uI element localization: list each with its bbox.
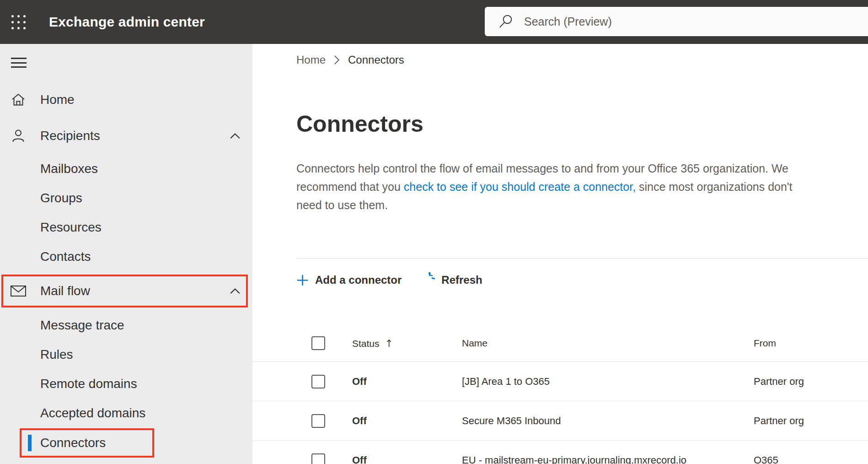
hamburger-icon [11, 58, 27, 59]
sidebar-item-message-trace[interactable]: Message trace [0, 311, 252, 340]
row-checkbox[interactable] [311, 414, 325, 428]
from-cell: O365 [754, 454, 778, 464]
sidebar-item-remote-domains[interactable]: Remote domains [0, 369, 252, 399]
column-header-status[interactable]: Status↑ [352, 338, 393, 349]
name-cell: EU - mailstream-eu-primary.journaling.mx… [462, 454, 686, 464]
sidebar-item-groups[interactable]: Groups [0, 183, 252, 213]
chevron-right-icon [334, 55, 340, 65]
chevron-up-icon[interactable] [230, 288, 240, 294]
sidebar-item-home[interactable]: Home [0, 83, 252, 116]
page-title: Connectors [296, 111, 423, 137]
sidebar-item-label: Remote domains [40, 377, 137, 391]
sidebar-item-label: Groups [40, 191, 82, 205]
main-content: Home Connectors Connectors Connectors he… [252, 44, 868, 464]
create-connector-link[interactable]: check to see if you should create a conn… [404, 180, 636, 193]
plus-icon [296, 274, 309, 286]
description-line: need to use them. [296, 196, 793, 214]
sidebar-item-mail-flow[interactable]: Mail flow [0, 275, 252, 308]
sidebar-item-label: Message trace [40, 318, 124, 333]
app-launcher-button[interactable] [5, 9, 31, 35]
add-connector-button[interactable]: Add a connector [296, 274, 402, 286]
sidebar-item-recipients[interactable]: Recipients [0, 119, 252, 152]
refresh-button[interactable]: Refresh [419, 272, 482, 288]
breadcrumb-home[interactable]: Home [296, 54, 326, 66]
app-title[interactable]: Exchange admin center [49, 0, 205, 44]
name-cell: Secure M365 Inbound [462, 415, 561, 427]
sidebar-item-mailboxes[interactable]: Mailboxes [0, 154, 252, 183]
table-header: Status↑ Name From [252, 325, 868, 362]
page-description: Connectors help control the flow of emai… [296, 159, 793, 214]
table-row[interactable]: Off Secure M365 Inbound Partner org [252, 401, 868, 441]
person-icon [10, 128, 27, 144]
sidebar-item-label: Accepted domains [40, 406, 145, 421]
hamburger-menu-button[interactable] [11, 58, 27, 68]
chevron-up-icon[interactable] [230, 133, 240, 139]
status-cell: Off [352, 415, 367, 427]
sidebar-item-label: Mail flow [40, 284, 90, 298]
sidebar-nav: Home Recipients Mailboxes Groups Resourc… [0, 83, 252, 458]
sidebar: Home Recipients Mailboxes Groups Resourc… [0, 44, 252, 464]
topbar: Exchange admin center [0, 0, 868, 44]
sidebar-item-label: Recipients [40, 129, 100, 143]
sort-ascending-icon: ↑ [385, 338, 393, 349]
refresh-icon [419, 272, 435, 288]
description-line: Connectors help control the flow of emai… [296, 159, 793, 178]
search-input[interactable] [524, 15, 844, 28]
search-box[interactable] [485, 7, 868, 36]
sidebar-item-label: Home [40, 92, 75, 107]
row-checkbox[interactable] [311, 453, 325, 464]
toolbar: Add a connector Refresh [296, 267, 482, 293]
from-cell: Partner org [754, 415, 804, 427]
select-all-checkbox[interactable] [311, 336, 325, 350]
toolbar-divider [296, 258, 868, 259]
status-cell: Off [352, 454, 367, 464]
status-cell: Off [352, 376, 367, 388]
column-header-from[interactable]: From [754, 338, 776, 349]
sidebar-item-label: Resources [40, 220, 102, 235]
from-cell: Partner org [754, 376, 804, 388]
search-icon [498, 14, 514, 29]
sidebar-item-label: Contacts [40, 249, 91, 264]
sidebar-item-label: Rules [40, 347, 73, 362]
table-row[interactable]: Off EU - mailstream-eu-primary.journalin… [252, 441, 868, 464]
sidebar-item-connectors[interactable]: Connectors [0, 428, 252, 458]
name-cell: [JB] Area 1 to O365 [462, 376, 550, 388]
sidebar-item-label: Connectors [40, 436, 106, 450]
sidebar-item-rules[interactable]: Rules [0, 340, 252, 369]
description-line: recommend that you check to see if you s… [296, 178, 793, 196]
breadcrumb-current: Connectors [348, 54, 404, 66]
sidebar-item-accepted-domains[interactable]: Accepted domains [0, 399, 252, 428]
column-header-name[interactable]: Name [462, 338, 488, 349]
waffle-icon [11, 15, 26, 29]
home-icon [10, 92, 27, 108]
selected-indicator [28, 435, 32, 451]
sidebar-item-resources[interactable]: Resources [0, 213, 252, 242]
connectors-table: Status↑ Name From Off [JB] Area 1 to O36… [252, 325, 868, 464]
annotation-box-mail-flow [1, 275, 248, 308]
table-row[interactable]: Off [JB] Area 1 to O365 Partner org [252, 362, 868, 401]
mail-icon [10, 285, 27, 297]
breadcrumb: Home Connectors [296, 53, 404, 67]
row-checkbox[interactable] [311, 375, 325, 388]
sidebar-item-contacts[interactable]: Contacts [0, 242, 252, 271]
sidebar-item-label: Mailboxes [40, 162, 98, 176]
